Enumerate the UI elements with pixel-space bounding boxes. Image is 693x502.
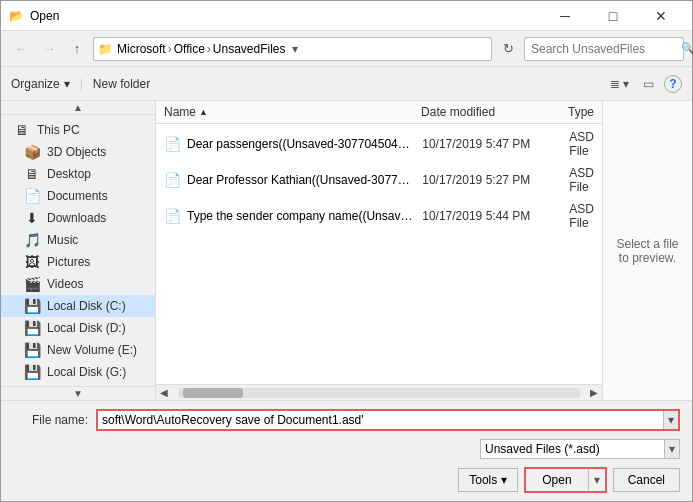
view-toggle-button[interactable]: ≣ ▾ <box>606 75 633 93</box>
sidebar-item-local-disk-d[interactable]: 💾 Local Disk (D:) <box>1 317 156 339</box>
scroll-right-button[interactable]: ▶ <box>586 387 602 398</box>
search-box: 🔍 <box>524 37 684 61</box>
column-type-label: Type <box>568 105 594 119</box>
open-button-wrap: Open ▾ <box>524 467 606 493</box>
help-button[interactable]: ? <box>664 75 682 93</box>
organize-button[interactable]: Organize ▾ <box>11 77 70 91</box>
this-pc-icon: 🖥 <box>13 122 31 138</box>
column-date-label: Date modified <box>421 105 495 119</box>
sidebar-item-local-disk-g[interactable]: 💾 Local Disk (G:) <box>1 361 156 383</box>
videos-icon: 🎬 <box>23 276 41 292</box>
open-button[interactable]: Open <box>526 469 587 491</box>
scroll-thumb[interactable] <box>183 388 243 398</box>
forward-button[interactable]: → <box>37 37 61 61</box>
filename-row: File name: ▾ <box>13 409 680 431</box>
breadcrumb-microsoft[interactable]: Microsoft <box>117 42 166 56</box>
navigation-toolbar: ← → ↑ 📁 Microsoft › Office › UnsavedFile… <box>1 31 692 67</box>
up-button[interactable]: ↑ <box>65 37 89 61</box>
pane-button[interactable]: ▭ <box>639 75 658 93</box>
horizontal-scrollbar[interactable]: ◀ ▶ <box>156 384 602 400</box>
preview-text: Select a file to preview. <box>613 237 682 265</box>
music-icon: 🎵 <box>23 232 41 248</box>
file-type: ASD File <box>569 202 594 230</box>
file-icon: 📄 <box>164 208 181 224</box>
breadcrumb-unsavedfiles[interactable]: UnsavedFiles <box>213 42 286 56</box>
file-type: ASD File <box>569 166 594 194</box>
sidebar-item-3d-objects[interactable]: 📦 3D Objects <box>1 141 156 163</box>
column-header-type[interactable]: Type <box>568 105 594 119</box>
sidebar-item-label-pictures: Pictures <box>47 255 90 269</box>
local-disk-c-icon: 💾 <box>23 298 41 314</box>
search-icon: 🔍 <box>681 42 693 55</box>
filename-dropdown-button[interactable]: ▾ <box>663 411 678 429</box>
sidebar-item-label-this-pc: This PC <box>37 123 80 137</box>
file-icon: 📄 <box>164 172 181 188</box>
column-name-label: Name <box>164 105 196 119</box>
sidebar-item-label-local-disk-d: Local Disk (D:) <box>47 321 126 335</box>
close-button[interactable]: ✕ <box>638 1 684 31</box>
documents-icon: 📄 <box>23 188 41 204</box>
toolbar-separator: | <box>80 77 83 91</box>
filetype-dropdown-button[interactable]: ▾ <box>664 440 679 458</box>
tools-button[interactable]: Tools ▾ <box>458 468 518 492</box>
file-date: 10/17/2019 5:27 PM <box>422 173 563 187</box>
downloads-icon: ⬇ <box>23 210 41 226</box>
file-date: 10/17/2019 5:44 PM <box>422 209 563 223</box>
sidebar-item-this-pc[interactable]: 🖥 This PC <box>1 119 156 141</box>
dialog-title: Open <box>30 9 542 23</box>
sidebar-item-downloads[interactable]: ⬇ Downloads <box>1 207 156 229</box>
title-bar-controls: ─ □ ✕ <box>542 1 684 31</box>
sort-arrow-icon: ▲ <box>199 107 208 117</box>
tools-arrow-icon: ▾ <box>501 473 507 487</box>
open-dialog: 📂 Open ─ □ ✕ ← → ↑ 📁 Microsoft › Office … <box>0 0 693 502</box>
sidebar-item-label-desktop: Desktop <box>47 167 91 181</box>
action-row: Tools ▾ Open ▾ Cancel <box>13 467 680 493</box>
file-list-area: Name ▲ Date modified Type 📄 Dear passeng… <box>156 101 602 400</box>
filetype-label: Unsaved Files (*.asd) <box>481 440 664 458</box>
filename-label: File name: <box>13 413 88 427</box>
local-disk-d-icon: 💾 <box>23 320 41 336</box>
sidebar-item-music[interactable]: 🎵 Music <box>1 229 156 251</box>
open-dropdown-button[interactable]: ▾ <box>588 469 605 491</box>
sidebar-item-videos[interactable]: 🎬 Videos <box>1 273 156 295</box>
table-row[interactable]: 📄 Dear passengers((Unsaved-307704504126…… <box>156 126 602 162</box>
maximize-button[interactable]: □ <box>590 1 636 31</box>
address-dropdown-button[interactable]: ▾ <box>290 42 300 56</box>
sidebar: 🖥 This PC 📦 3D Objects 🖥 Desktop 📄 Docum… <box>1 115 156 386</box>
back-button[interactable]: ← <box>9 37 33 61</box>
organize-arrow: ▾ <box>64 77 70 91</box>
column-header-date[interactable]: Date modified <box>421 105 568 119</box>
breadcrumb: Microsoft › Office › UnsavedFiles <box>117 42 286 56</box>
breadcrumb-sep-1: › <box>168 42 172 56</box>
sidebar-item-local-disk-c[interactable]: 💾 Local Disk (C:) <box>1 295 156 317</box>
cancel-button[interactable]: Cancel <box>613 468 680 492</box>
local-disk-g-icon: 💾 <box>23 364 41 380</box>
sidebar-item-label-new-volume-e: New Volume (E:) <box>47 343 137 357</box>
filetype-select-wrap: Unsaved Files (*.asd) ▾ <box>480 439 680 459</box>
filename-input-wrap: ▾ <box>96 409 680 431</box>
sidebar-item-desktop[interactable]: 🖥 Desktop <box>1 163 156 185</box>
search-input[interactable] <box>531 42 681 56</box>
minimize-button[interactable]: ─ <box>542 1 588 31</box>
refresh-button[interactable]: ↻ <box>496 37 520 61</box>
sidebar-item-pictures[interactable]: 🖼 Pictures <box>1 251 156 273</box>
pictures-icon: 🖼 <box>23 254 41 270</box>
breadcrumb-office[interactable]: Office <box>174 42 205 56</box>
table-row[interactable]: 📄 Type the sender company name((Unsave… … <box>156 198 602 234</box>
new-volume-e-icon: 💾 <box>23 342 41 358</box>
address-bar[interactable]: 📁 Microsoft › Office › UnsavedFiles ▾ <box>93 37 492 61</box>
sidebar-item-documents[interactable]: 📄 Documents <box>1 185 156 207</box>
organize-label: Organize <box>11 77 60 91</box>
sidebar-scroll-up-button[interactable]: ▲ <box>70 101 86 114</box>
filename-input[interactable] <box>98 411 663 429</box>
new-folder-button[interactable]: New folder <box>93 77 150 91</box>
sidebar-item-label-documents: Documents <box>47 189 108 203</box>
sidebar-item-new-volume-e[interactable]: 💾 New Volume (E:) <box>1 339 156 361</box>
sidebar-item-label-3d-objects: 3D Objects <box>47 145 106 159</box>
table-row[interactable]: 📄 Dear Professor Kathian((Unsaved-307704… <box>156 162 602 198</box>
file-date: 10/17/2019 5:47 PM <box>422 137 563 151</box>
preview-area: Select a file to preview. <box>602 101 692 400</box>
scroll-left-button[interactable]: ◀ <box>156 387 172 398</box>
sidebar-scroll-down-button[interactable]: ▼ <box>70 387 86 400</box>
column-header-name[interactable]: Name ▲ <box>164 105 421 119</box>
